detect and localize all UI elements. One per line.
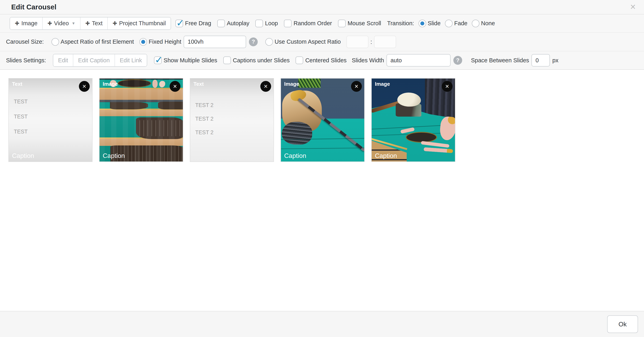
- slide-caption: Caption: [12, 152, 34, 159]
- radio-aspect-ratio-first-element[interactable]: Aspect Ratio of first Element: [52, 38, 134, 46]
- add-element-button-group: ✚ Image ✚ Video ▼ ✚ Text ✚ Project Thumb…: [10, 17, 171, 30]
- add-text-label: Text: [92, 20, 102, 27]
- ratio-separator: :: [370, 39, 372, 45]
- radio-dot: [420, 22, 424, 26]
- radio-transition-fade[interactable]: Fade: [445, 20, 468, 27]
- add-image-button[interactable]: ✚ Image: [10, 18, 43, 30]
- edit-link-button[interactable]: Edit Link: [115, 54, 147, 66]
- radio-dot: [141, 40, 145, 44]
- dialog-title: Edit Carousel: [11, 3, 56, 11]
- radio-fixed-height[interactable]: Fixed Height: [139, 38, 181, 46]
- close-icon: ✕: [82, 84, 86, 89]
- check-icon: ✓: [176, 17, 184, 29]
- radio-circle: [445, 20, 452, 27]
- slide-card-text-2[interactable]: Text ✕ TEST 2 TEST 2 TEST 2: [190, 78, 274, 162]
- slide-type-label: Text: [194, 81, 204, 87]
- checkbox-captions-under-slides[interactable]: Captions under Slides: [223, 57, 290, 64]
- checkbox-box: [284, 20, 292, 27]
- help-icon[interactable]: ?: [453, 56, 462, 65]
- edit-caption-button[interactable]: Edit Caption: [73, 54, 115, 66]
- slides-settings-label: Slides Settings:: [6, 57, 46, 64]
- slide-card-image-2[interactable]: Image ✕ Caption: [280, 78, 365, 162]
- radio-circle: [52, 38, 59, 46]
- checkbox-autoplay[interactable]: Autoplay: [217, 20, 250, 27]
- ok-button[interactable]: Ok: [607, 315, 638, 333]
- slides-list: Text ✕ TEST TEST TEST Caption: [0, 70, 644, 162]
- photo-shape: [397, 93, 421, 107]
- add-project-thumbnail-button[interactable]: ✚ Project Thumbnail: [108, 18, 170, 30]
- photo-shape: [282, 122, 312, 145]
- add-video-label: Video: [54, 20, 69, 27]
- slide-text-line: TEST: [14, 99, 28, 105]
- slide-photo-table-scene: [372, 79, 455, 161]
- photo-shape: [100, 79, 183, 161]
- checkbox-mouse-scroll[interactable]: Mouse Scroll: [338, 20, 381, 27]
- help-icon[interactable]: ?: [249, 38, 258, 46]
- add-project-thumbnail-label: Project Thumbnail: [119, 20, 166, 27]
- aspect-ratio-height-input[interactable]: [374, 36, 396, 48]
- close-icon: ✕: [264, 84, 268, 89]
- carousel-size-label: Carousel Size:: [6, 39, 44, 45]
- checkbox-box: [223, 57, 231, 64]
- checkbox-free-drag[interactable]: ✓ Free Drag: [176, 20, 211, 27]
- add-video-button[interactable]: ✚ Video ▼: [43, 18, 80, 30]
- photo-shape: [281, 148, 364, 149]
- fixed-height-input[interactable]: [184, 36, 246, 48]
- remove-slide-button[interactable]: ✕: [351, 81, 362, 92]
- plus-icon: ✚: [48, 20, 52, 27]
- radio-transition-slide[interactable]: Slide: [418, 20, 441, 27]
- checkbox-loop[interactable]: Loop: [255, 20, 278, 27]
- space-between-slides-label: Space Between Slides: [471, 57, 529, 64]
- close-icon: ✕: [354, 84, 359, 89]
- slide-card-image-1[interactable]: Image ✕ Caption: [99, 78, 183, 162]
- slide-card-text-1[interactable]: Text ✕ TEST TEST TEST Caption: [8, 78, 92, 162]
- space-between-slides-input[interactable]: [532, 54, 550, 67]
- radio-transition-none[interactable]: None: [472, 20, 495, 27]
- slide-photo-rock-rod: [281, 79, 364, 161]
- checkbox-box: ✓: [176, 20, 183, 27]
- slide-text-line: TEST 2: [195, 102, 214, 108]
- checkbox-random-order[interactable]: Random Order: [284, 20, 332, 27]
- transition-label: Transition:: [387, 20, 414, 27]
- close-icon[interactable]: ✕: [629, 3, 637, 11]
- photo-shape: [406, 132, 437, 143]
- remove-slide-button[interactable]: ✕: [170, 81, 180, 92]
- remove-slide-button[interactable]: ✕: [260, 81, 271, 92]
- chevron-down-icon: ▼: [72, 21, 76, 26]
- slides-width-input[interactable]: [386, 54, 450, 67]
- add-text-button[interactable]: ✚ Text: [80, 18, 108, 30]
- checkbox-box: ✓: [154, 57, 162, 64]
- radio-circle: [418, 20, 426, 27]
- radio-circle: [265, 38, 273, 46]
- edit-slide-button[interactable]: Edit: [53, 54, 73, 66]
- remove-slide-button[interactable]: ✕: [79, 81, 90, 92]
- slide-text-line: TEST 2: [195, 116, 214, 122]
- checkbox-show-multiple-slides[interactable]: ✓ Show Multiple Slides: [154, 57, 217, 64]
- slide-caption: Caption: [103, 152, 125, 159]
- close-icon: ✕: [173, 84, 177, 89]
- checkbox-box: [255, 20, 263, 27]
- slide-card-image-3[interactable]: Image ✕ Caption: [371, 78, 455, 162]
- slide-caption: Caption: [284, 152, 306, 159]
- carousel-size-row: Carousel Size: Aspect Ratio of first Ele…: [0, 33, 644, 51]
- dialog-header: Edit Carousel ✕: [0, 0, 644, 15]
- radio-circle: [472, 20, 480, 27]
- check-icon: ✓: [155, 54, 163, 65]
- slide-type-label: Image: [103, 81, 118, 87]
- radio-use-custom-aspect-ratio[interactable]: Use Custom Aspect Ratio: [265, 38, 340, 46]
- slide-text-line: TEST 2: [195, 129, 214, 136]
- checkbox-box: [338, 20, 346, 27]
- plus-icon: ✚: [85, 20, 90, 27]
- plus-icon: ✚: [15, 20, 20, 27]
- slide-photo-drawers: [100, 79, 183, 161]
- checkbox-centered-slides[interactable]: Centered Slides: [296, 57, 346, 64]
- radio-circle: [139, 38, 147, 46]
- remove-slide-button[interactable]: ✕: [442, 81, 452, 92]
- slides-width-label: Slides Width: [352, 57, 384, 64]
- slide-edit-button-group: Edit Edit Caption Edit Link: [53, 54, 147, 67]
- toolbar-row: ✚ Image ✚ Video ▼ ✚ Text ✚ Project Thumb…: [0, 15, 644, 33]
- slide-text-line: TEST: [14, 114, 28, 120]
- aspect-ratio-width-input[interactable]: [346, 36, 368, 48]
- close-icon: ✕: [445, 84, 449, 89]
- plus-icon: ✚: [112, 20, 117, 27]
